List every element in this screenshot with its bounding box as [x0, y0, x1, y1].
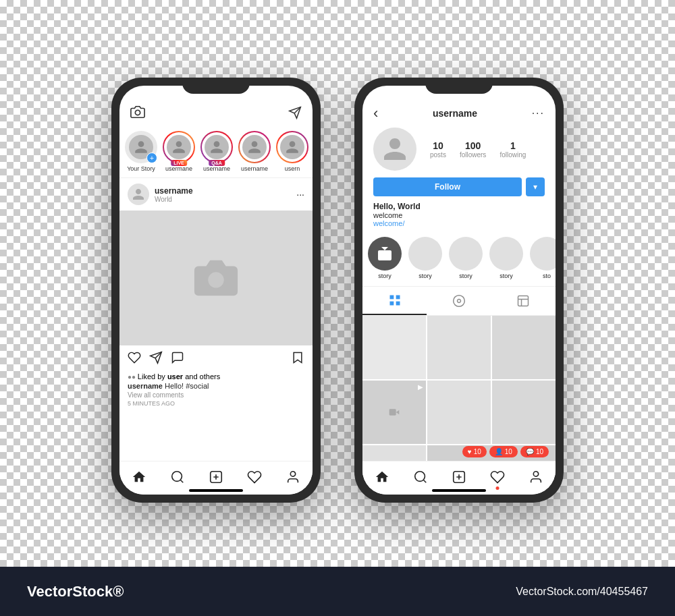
profile-nav-like-button[interactable]	[490, 470, 505, 487]
comment-send-button[interactable]	[149, 351, 163, 367]
profile-story-1[interactable]: story	[368, 237, 402, 279]
post-username: username	[155, 186, 193, 196]
profile-story-5[interactable]: sto	[530, 237, 556, 279]
profile-nav-add-button[interactable]	[452, 470, 466, 487]
grid-cell-3[interactable]	[492, 316, 556, 379]
like-button[interactable]	[128, 351, 141, 367]
post-more-button[interactable]: ···	[296, 189, 304, 200]
save-button[interactable]	[291, 351, 304, 367]
caption-text: Hello! #social	[165, 382, 209, 390]
follow-button[interactable]: Follow	[373, 177, 522, 196]
bio-name: Hello, World	[373, 202, 545, 211]
nav-like-button[interactable]	[247, 470, 262, 487]
grid-cell-4[interactable]: ▶	[362, 381, 426, 444]
tab-grid[interactable]	[362, 287, 427, 315]
profile-stories: story story story story sto	[362, 234, 556, 282]
grid-cell-5[interactable]	[427, 381, 491, 444]
live-story-avatar: LIVE	[163, 131, 195, 163]
svg-point-19	[457, 300, 460, 303]
brand-url: VectorStock.com/40455467	[516, 586, 648, 598]
profile-username-header: username	[433, 108, 477, 119]
notif-likes[interactable]: ♥ 10	[462, 446, 487, 457]
profile-story-circle-1	[368, 237, 402, 271]
profile-nav-home-button[interactable]	[375, 470, 389, 487]
tab-tagged[interactable]	[491, 287, 556, 315]
profile-story-circle-2	[408, 237, 442, 271]
profile-story-label-1: story	[378, 273, 392, 279]
post: username World ···	[119, 177, 313, 411]
following-stat[interactable]: 1 following	[500, 140, 526, 159]
home-indicator	[189, 489, 243, 492]
profile-story-label-2: story	[418, 273, 432, 279]
qa-badge: Q&A	[209, 160, 225, 166]
notif-follow-count: 10	[505, 448, 512, 455]
story-item-your[interactable]: + Your Story	[125, 131, 157, 172]
profile-nav-profile-button[interactable]	[529, 470, 543, 487]
notif-followers[interactable]: 👤 10	[489, 446, 518, 457]
bottom-bar: VectorStock® VectorStock.com/40455467	[0, 567, 675, 616]
comment-button[interactable]	[171, 351, 184, 367]
post-image	[119, 211, 313, 345]
profile-nav-search-button[interactable]	[413, 470, 428, 487]
profile-more-button[interactable]: ···	[532, 107, 545, 119]
profile-bottom-nav	[362, 461, 556, 495]
brand-logo: VectorStock®	[27, 583, 124, 600]
notif-comments[interactable]: 💬 10	[520, 446, 549, 457]
gradient-story-label: username	[241, 165, 268, 172]
follow-dropdown-button[interactable]: ▾	[526, 177, 545, 196]
phone-2-screen: ‹ username ··· 10 posts 100 followers	[362, 86, 556, 495]
story-item-gradient[interactable]: username	[238, 131, 271, 172]
notification-bar: ♥ 10 👤 10 💬 10	[462, 446, 549, 457]
back-button[interactable]: ‹	[373, 105, 378, 122]
profile-story-3[interactable]: story	[449, 237, 483, 279]
svg-point-28	[534, 471, 539, 476]
tab-reels[interactable]	[427, 287, 491, 315]
grid-cell-2[interactable]	[427, 316, 491, 379]
your-story-label: Your Story	[127, 165, 155, 172]
profile-story-label-4: story	[500, 273, 513, 279]
view-all-comments[interactable]: View all comments	[119, 391, 313, 400]
follow-section: Follow ▾	[362, 177, 556, 202]
grid-cell-6[interactable]	[492, 381, 556, 444]
qa-story-label: username	[203, 165, 230, 172]
story-item-qa[interactable]: Q&A username	[200, 131, 233, 172]
like-notification-dot	[496, 486, 500, 490]
nav-home-button[interactable]	[132, 470, 146, 487]
svg-line-8	[180, 480, 183, 482]
profile-story-4[interactable]: story	[489, 237, 523, 279]
posts-stat[interactable]: 10 posts	[430, 140, 446, 159]
post-header: username World ···	[119, 178, 313, 211]
plus-badge: +	[146, 152, 157, 163]
svg-line-24	[423, 480, 426, 482]
story-item-live[interactable]: LIVE usermane	[163, 131, 195, 172]
followers-stat[interactable]: 100 followers	[460, 140, 486, 159]
profile-story-circle-4	[489, 237, 523, 271]
nav-search-button[interactable]	[170, 470, 185, 487]
gradient-story-avatar	[238, 131, 271, 163]
qa-story-avatar: Q&A	[200, 131, 233, 163]
bio-link[interactable]: welcome/	[373, 219, 545, 227]
notif-comment-count: 10	[536, 448, 543, 455]
profile-story-2[interactable]: story	[408, 237, 442, 279]
likes-text: Liked by	[138, 372, 167, 381]
nav-add-button[interactable]	[209, 470, 223, 487]
svg-rect-13	[378, 250, 392, 260]
camera-icon[interactable]	[130, 105, 145, 123]
post-user[interactable]: username World	[128, 184, 193, 205]
story-item-orange[interactable]: usern	[276, 131, 308, 172]
followers-count: 100	[465, 140, 481, 151]
notif-follow-icon: 👤	[495, 448, 503, 455]
svg-point-0	[135, 110, 140, 115]
orange-story-avatar	[276, 131, 308, 163]
orange-story-label: usern	[285, 165, 300, 172]
hearts-icons: ●●	[128, 373, 138, 381]
grid-cell-1[interactable]	[362, 316, 426, 379]
post-actions	[119, 345, 313, 372]
nav-profile-button[interactable]	[286, 470, 300, 487]
your-story-avatar: +	[125, 131, 157, 163]
svg-point-23	[415, 471, 425, 481]
send-icon[interactable]	[288, 106, 302, 122]
post-user-avatar	[128, 184, 149, 205]
likes-user[interactable]: user	[167, 372, 183, 381]
feed-header	[119, 86, 313, 128]
